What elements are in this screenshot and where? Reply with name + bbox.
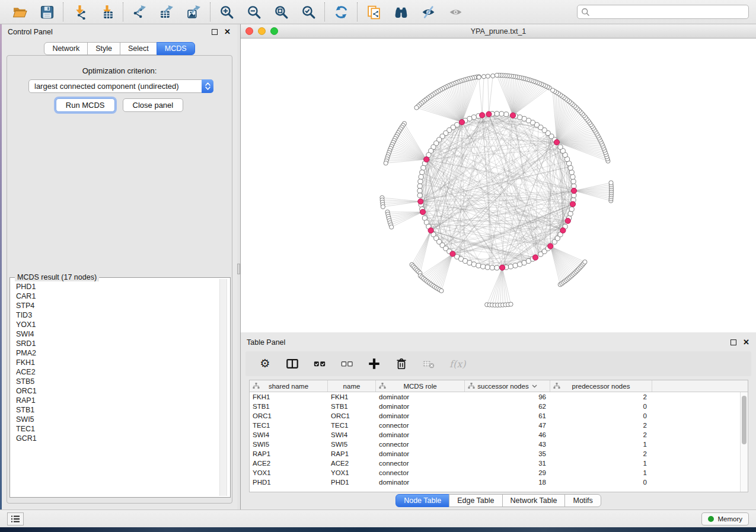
result-node-item[interactable]: SRD1 [16,339,216,348]
result-node-item[interactable]: STP4 [16,301,216,310]
export-network-icon[interactable] [129,2,150,22]
cell-predecessors: 0 [550,479,652,486]
result-node-item[interactable]: YOX1 [16,320,216,329]
result-node-item[interactable]: PMA2 [16,348,216,358]
cell-successors: 31 [465,460,550,467]
result-node-item[interactable]: SWI5 [16,415,216,424]
network-graph[interactable] [241,39,756,332]
close-panel-button[interactable]: Close panel [123,98,184,112]
table-tab-motifs[interactable]: Motifs [564,494,601,507]
table-row[interactable]: ORC1ORC1dominator610 [250,411,748,421]
cell-role: connector [376,460,465,467]
import-network-icon[interactable] [69,2,90,22]
close-table-panel-icon[interactable]: ✕ [742,339,750,347]
save-session-icon[interactable] [36,2,58,22]
cell-name: PHD1 [328,479,376,486]
table-row[interactable]: ACE2ACE2connector311 [250,459,748,468]
run-mcds-button[interactable]: Run MCDS [56,98,115,112]
table-row[interactable]: YOX1YOX1connector291 [250,468,748,477]
export-table-icon[interactable] [156,2,177,22]
result-node-item[interactable]: SWI4 [16,329,216,339]
mcds-result-list[interactable]: PHD1CAR1STP4TID3YOX1SWI4SRD1PMA2FKH1ACE2… [16,282,216,495]
result-node-item[interactable]: ACE2 [16,367,216,377]
splitter-grip[interactable] [237,264,240,274]
network-window: YPA_prune.txt_1 [241,24,756,332]
float-panel-icon[interactable] [210,28,218,36]
cell-shared_name: TEC1 [250,422,328,429]
result-node-item[interactable]: TID3 [16,310,216,320]
table-row[interactable]: PHD1PHD1dominator180 [250,477,748,487]
control-panel-header: Control Panel ✕ [2,24,237,40]
zoom-selected-icon[interactable] [298,2,319,22]
result-node-item[interactable]: GCR1 [16,434,216,443]
import-table-icon[interactable] [96,2,117,22]
cell-shared_name: YOX1 [250,469,328,476]
result-node-item[interactable]: FKH1 [16,358,216,367]
delete-table-icon [422,355,435,373]
zoom-out-icon[interactable] [243,2,264,22]
float-table-panel-icon[interactable] [729,339,737,347]
toolbar-group [325,2,357,22]
binoculars-icon[interactable] [390,2,412,22]
table-row[interactable]: TEC1TEC1connector472 [250,421,748,430]
criterion-selected-value: largest connected component (undirected) [29,82,202,91]
delete-column-icon[interactable] [395,355,408,373]
hide-selected-icon[interactable] [417,2,439,22]
result-node-item[interactable]: TEC1 [16,424,216,434]
add-column-icon[interactable] [368,355,381,373]
zoom-fit-icon[interactable] [270,2,292,22]
memory-button[interactable]: Memory [701,512,749,525]
export-image-icon[interactable] [183,2,205,22]
result-node-item[interactable]: ORC1 [16,386,216,396]
cell-predecessors: 0 [550,412,652,419]
table-panel: Table Panel ✕ ⚙f(x) shared namenameMCDS … [241,335,756,509]
criterion-dropdown[interactable]: largest connected component (undirected) [28,79,213,93]
table-row[interactable]: STB1STB1dominator620 [250,402,748,411]
new-network-from-selection-icon[interactable] [363,2,384,22]
tab-network[interactable]: Network [44,42,88,55]
search-field[interactable] [577,5,749,19]
column-header-MCDS-role[interactable]: MCDS role [376,380,465,392]
select-all-icon[interactable] [313,355,326,373]
table-tab-node-table[interactable]: Node Table [395,494,449,507]
svg-text:⚙: ⚙ [260,357,270,370]
table-panel-header: Table Panel ✕ [241,335,756,350]
zoom-in-icon[interactable] [216,2,237,22]
tab-mcds[interactable]: MCDS [157,42,195,55]
column-visibility-icon[interactable] [286,355,299,373]
table-body: FKH1FKH1dominator962STB1STB1dominator620… [250,392,748,487]
result-node-item[interactable]: STB1 [16,405,216,415]
table-row[interactable]: SWI4SWI4dominator462 [250,430,748,440]
column-header-predecessor-nodes[interactable]: predecessor nodes [550,380,652,392]
close-panel-icon[interactable]: ✕ [224,28,231,36]
cell-shared_name: ORC1 [250,412,328,419]
cell-successors: 18 [465,479,550,486]
tab-style[interactable]: Style [87,42,120,55]
search-input[interactable] [592,7,745,17]
column-header-shared-name[interactable]: shared name [250,380,328,392]
column-header-successor-nodes[interactable]: successor nodes [465,380,550,392]
table-scrollbar-thumb[interactable] [742,396,747,444]
result-scrollbar[interactable] [219,279,227,496]
table-row[interactable]: RAP1RAP1dominator352 [250,449,748,459]
network-canvas[interactable] [241,39,756,332]
table-row[interactable]: SWI5SWI5connector431 [250,440,748,449]
table-tab-edge-table[interactable]: Edge Table [449,494,502,507]
settings-gear-icon[interactable]: ⚙ [259,355,272,373]
column-header-name[interactable]: name [328,380,376,392]
table-scrollbar[interactable] [740,392,748,492]
result-node-item[interactable]: RAP1 [16,396,216,405]
result-node-item[interactable]: CAR1 [16,291,216,301]
deselect-all-icon[interactable] [340,355,353,373]
tab-select[interactable]: Select [120,42,157,55]
table-row[interactable]: FKH1FKH1dominator962 [250,392,748,402]
table-tab-network-table[interactable]: Network Table [502,494,566,507]
open-file-icon[interactable] [9,2,30,22]
result-node-item[interactable]: STB5 [16,377,216,386]
cell-role: dominator [376,479,465,486]
mcds-tab-content: Optimization criterion: largest connecte… [7,55,232,504]
task-history-button[interactable] [7,512,24,525]
result-node-item[interactable]: PHD1 [16,282,216,291]
apply-layout-icon[interactable] [330,2,352,22]
list-icon [11,515,20,523]
